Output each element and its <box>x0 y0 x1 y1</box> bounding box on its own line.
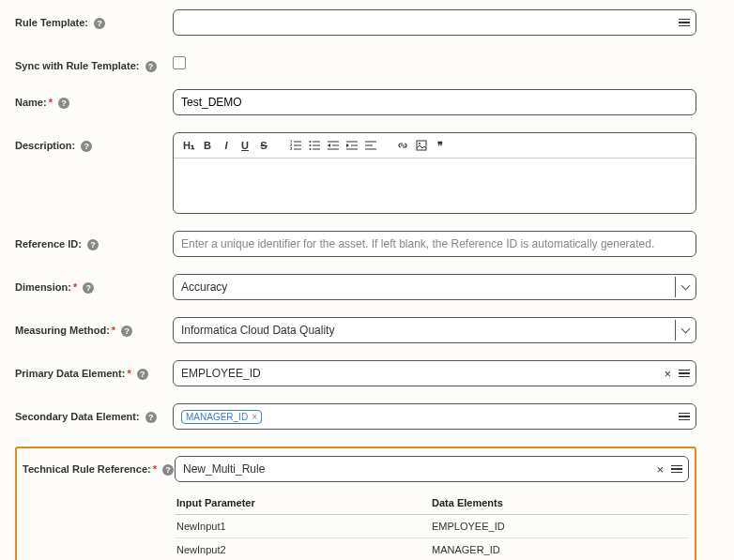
rte-italic-button[interactable]: I <box>219 137 234 154</box>
help-icon[interactable]: ? <box>145 61 157 72</box>
required-star: * <box>73 281 77 293</box>
menu-icon[interactable] <box>671 463 682 475</box>
help-icon[interactable]: ? <box>145 412 157 423</box>
cell-data-element: MANAGER_ID <box>432 544 687 555</box>
field-description: H₁ B I U S 123 ❞ <box>173 132 696 214</box>
row-reference-id: Reference ID: ? <box>15 231 696 257</box>
svg-point-8 <box>310 148 312 150</box>
row-primary-data-element: Primary Data Element:* ? EMPLOYEE_ID × <box>15 360 696 386</box>
help-icon[interactable]: ? <box>83 282 94 294</box>
row-dimension: Dimension:* ? Accuracy <box>15 274 696 300</box>
label-text: Reference ID: <box>15 238 82 250</box>
label-technical-rule-reference: Technical Rule Reference:* ? <box>23 456 175 476</box>
required-star: * <box>127 368 130 379</box>
rte-outdent-button[interactable] <box>326 137 341 154</box>
primary-data-element-input[interactable]: EMPLOYEE_ID × <box>173 360 696 386</box>
measuring-method-select[interactable]: Informatica Cloud Data Quality <box>173 317 696 343</box>
primary-value: EMPLOYEE_ID <box>179 365 660 382</box>
help-icon[interactable]: ? <box>81 141 92 152</box>
help-icon[interactable]: ? <box>87 239 99 250</box>
name-text[interactable] <box>179 94 690 111</box>
svg-point-7 <box>310 144 312 146</box>
label-text: Name: <box>15 97 47 108</box>
required-star: * <box>112 325 115 336</box>
rte-ul-button[interactable] <box>307 137 322 154</box>
label-rule-template: Rule Template: ? <box>15 9 173 29</box>
rte-strike-button[interactable]: S <box>256 137 271 154</box>
field-name <box>173 89 696 115</box>
rte-link-button[interactable] <box>395 137 410 154</box>
dimension-select[interactable]: Accuracy <box>173 274 696 300</box>
label-text: Secondary Data Element: <box>15 411 140 422</box>
help-icon[interactable]: ? <box>94 18 105 29</box>
field-secondary-data-element: MANAGER_ID × <box>173 403 696 430</box>
help-icon[interactable]: ? <box>58 98 69 109</box>
rte-quote-button[interactable]: ❞ <box>433 137 448 154</box>
svg-rect-23 <box>417 141 426 150</box>
label-sync: Sync with Rule Template: ? <box>15 53 173 72</box>
rte-bold-button[interactable]: B <box>200 137 215 154</box>
row-description: Description: ? H₁ B I U S 123 <box>15 132 696 214</box>
field-reference-id <box>173 231 696 257</box>
row-secondary-data-element: Secondary Data Element: ? MANAGER_ID × <box>15 403 696 430</box>
menu-icon[interactable] <box>679 368 690 379</box>
label-reference-id: Reference ID: ? <box>15 231 173 250</box>
technical-rule-reference-input[interactable]: New_Multi_Rule × <box>175 456 689 482</box>
required-star: * <box>153 463 157 475</box>
row-rule-template: Rule Template: ? <box>15 9 696 36</box>
clear-icon[interactable]: × <box>652 462 667 477</box>
technical-rule-highlight: Technical Rule Reference:* ? New_Multi_R… <box>15 446 696 560</box>
header-input-parameter: Input Parameter <box>176 497 432 508</box>
label-text: Description: <box>15 140 75 151</box>
reference-id-input[interactable] <box>173 231 696 257</box>
svg-marker-19 <box>346 144 349 147</box>
rte-indent-button[interactable] <box>344 137 359 154</box>
label-secondary-data-element: Secondary Data Element: ? <box>15 403 173 423</box>
reference-id-text[interactable] <box>179 235 690 252</box>
rte-toolbar: H₁ B I U S 123 ❞ <box>174 133 696 159</box>
label-text: Dimension: <box>15 281 71 293</box>
table-row: NewInput1 EMPLOYEE_ID <box>175 515 689 538</box>
measuring-method-value: Informatica Cloud Data Quality <box>179 322 671 339</box>
help-icon[interactable]: ? <box>162 464 174 476</box>
param-table: Input Parameter Data Elements NewInput1 … <box>175 492 689 560</box>
field-primary-data-element: EMPLOYEE_ID × <box>173 360 696 386</box>
name-input[interactable] <box>173 89 696 115</box>
label-name: Name:* ? <box>15 89 173 109</box>
rte-ol-button[interactable]: 123 <box>288 137 303 154</box>
rte-body[interactable] <box>174 159 696 213</box>
rule-template-text[interactable] <box>179 14 675 31</box>
rte-underline-button[interactable]: U <box>237 137 252 154</box>
rule-template-input[interactable] <box>173 9 696 36</box>
rich-text-editor: H₁ B I U S 123 ❞ <box>173 132 696 214</box>
table-header-row: Input Parameter Data Elements <box>175 492 689 515</box>
label-text: Primary Data Element: <box>15 368 125 379</box>
required-star: * <box>49 97 53 108</box>
label-text: Rule Template: <box>15 17 88 28</box>
secondary-data-element-input[interactable]: MANAGER_ID × <box>173 403 696 430</box>
label-measuring-method: Measuring Method:* ? <box>15 317 173 337</box>
chip-remove-icon[interactable]: × <box>252 412 257 422</box>
help-icon[interactable]: ? <box>137 369 148 380</box>
label-text: Technical Rule Reference: <box>23 463 151 475</box>
cell-data-element: EMPLOYEE_ID <box>432 521 687 532</box>
sync-checkbox[interactable] <box>173 56 186 69</box>
svg-point-6 <box>310 141 312 143</box>
menu-icon[interactable] <box>679 411 690 422</box>
chevron-down-icon[interactable] <box>675 320 696 341</box>
rte-h1-button[interactable]: H₁ <box>181 137 196 154</box>
clear-icon[interactable]: × <box>660 367 675 381</box>
rte-align-button[interactable] <box>363 137 378 154</box>
cell-input-parameter: NewInput2 <box>176 544 432 555</box>
field-measuring-method: Informatica Cloud Data Quality <box>173 317 696 343</box>
svg-point-24 <box>419 143 421 144</box>
help-icon[interactable]: ? <box>121 325 132 337</box>
chevron-down-icon[interactable] <box>675 277 696 297</box>
secondary-chip[interactable]: MANAGER_ID × <box>181 410 262 424</box>
label-description: Description: ? <box>15 132 173 152</box>
label-text: Measuring Method: <box>15 325 110 336</box>
dimension-value: Accuracy <box>179 279 671 295</box>
rte-image-button[interactable] <box>414 137 429 154</box>
field-sync <box>173 53 696 69</box>
menu-icon[interactable] <box>679 17 690 28</box>
